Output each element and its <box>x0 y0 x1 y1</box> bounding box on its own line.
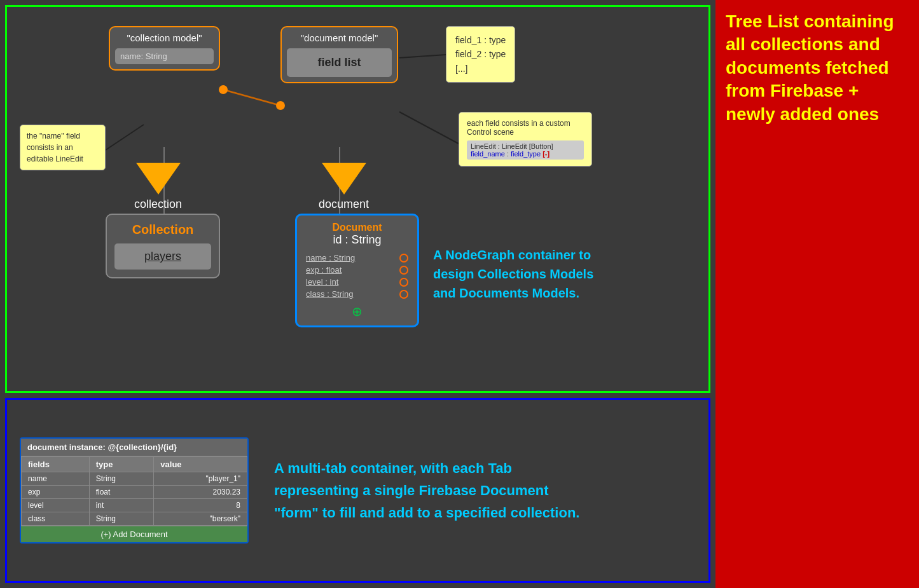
collection-model-box: "collection model" name: String <box>109 26 220 71</box>
right-sidebar: Tree List containing all collections and… <box>715 0 919 588</box>
add-field-button[interactable]: ⊕ <box>303 304 411 319</box>
doc-fields-container: name : Stringexp : floatlevel : intclass… <box>303 252 411 300</box>
cell-value: "berserk" <box>154 512 247 526</box>
table-row: classString"berserk" <box>22 512 247 526</box>
document-triangle <box>322 163 366 195</box>
table-header: document instance: @{collection}/{id} <box>21 439 247 456</box>
document-title: Document <box>303 222 411 233</box>
table-row: levelint8 <box>22 499 247 512</box>
col-type: type <box>89 457 154 472</box>
cell-value: 8 <box>154 499 247 512</box>
col-value: value <box>154 457 247 472</box>
custom-control-tooltip: each field consists in a custom Control … <box>459 112 592 167</box>
add-document-button[interactable]: (+) Add Document <box>21 526 247 542</box>
field-circle-btn[interactable] <box>399 278 408 287</box>
field-circle-btn[interactable] <box>399 290 408 299</box>
field-type-label: field_type <box>511 150 541 158</box>
doc-field-item: name : String <box>303 252 411 264</box>
nodegraph-description: A NodeGraph container todesign Collectio… <box>433 245 593 303</box>
document-instance-box: Document id : String name : Stringexp : … <box>295 214 419 327</box>
collection-title: Collection <box>114 222 211 237</box>
svg-line-3 <box>399 55 446 58</box>
colon-sep: : <box>505 150 511 158</box>
field-name: name : String <box>306 253 355 263</box>
collection-triangle <box>136 163 181 195</box>
field-type-line3: [...] <box>455 62 506 76</box>
table-body: nameString"player_1"expfloat2030.23level… <box>22 472 247 526</box>
field-type-line2: field_2 : type <box>455 47 506 61</box>
svg-line-5 <box>106 125 144 150</box>
doc-field-item: exp : float <box>303 264 411 276</box>
field-name-label: field_name <box>471 150 505 158</box>
collection-model-title: "collection model" <box>115 32 214 43</box>
collection-name: players <box>114 243 211 270</box>
svg-line-0 <box>223 90 280 106</box>
document-model-box: "document model" field list <box>280 26 398 83</box>
diagram-section: "collection model" name: String "documen… <box>5 5 710 393</box>
document-id: id : String <box>303 233 411 247</box>
collection-model-field: name: String <box>115 48 214 64</box>
document-table: fields type value nameString"player_1"ex… <box>21 456 247 526</box>
minus-button[interactable]: [-] <box>542 150 549 158</box>
cell-value: "player_1" <box>154 472 247 486</box>
cell-field: level <box>22 499 90 512</box>
field-circle-btn[interactable] <box>399 266 408 275</box>
field-list-inner: field list <box>287 48 392 77</box>
field-name: level : int <box>306 277 338 287</box>
custom-control-lineedit: LineEdit : LineEdit [Button] field_name … <box>467 140 584 160</box>
cell-field: name <box>22 472 90 486</box>
table-head: fields type value <box>22 457 247 472</box>
table-header-row: fields type value <box>22 457 247 472</box>
collection-instance-box: Collection players <box>106 214 220 278</box>
cell-field: class <box>22 512 90 526</box>
col-fields: fields <box>22 457 90 472</box>
table-row: expfloat2030.23 <box>22 486 247 499</box>
svg-point-2 <box>276 101 285 110</box>
field-name: class : String <box>306 289 353 299</box>
field-circle-btn[interactable] <box>399 254 408 263</box>
cell-value: 2030.23 <box>154 486 247 499</box>
document-model-title: "document model" <box>287 32 392 43</box>
main-area: "collection model" name: String "documen… <box>0 0 715 588</box>
name-field-text: the "name" field consists in an editable… <box>27 132 83 163</box>
name-field-tooltip: the "name" field consists in an editable… <box>20 125 106 170</box>
svg-point-1 <box>219 85 228 94</box>
cell-type: int <box>89 499 154 512</box>
cell-type: String <box>89 512 154 526</box>
sidebar-title: Tree List containing all collections and… <box>726 10 909 126</box>
field-type-line1: field_1 : type <box>455 33 506 47</box>
diagram-container: "collection model" name: String "documen… <box>7 7 708 391</box>
field-type-tooltip: field_1 : type field_2 : type [...] <box>446 26 515 83</box>
document-table-container: document instance: @{collection}/{id} fi… <box>20 437 249 544</box>
nodegraph-text-content: A NodeGraph container todesign Collectio… <box>433 248 593 300</box>
doc-field-item: class : String <box>303 288 411 300</box>
cell-type: String <box>89 472 154 486</box>
bottom-desc-text: A multi-tab container, with each Tabrepr… <box>274 460 579 521</box>
custom-control-desc: each field consists in a custom Control … <box>467 119 584 137</box>
lineedit-label: LineEdit : LineEdit [Button] <box>471 142 553 150</box>
field-name: exp : float <box>306 265 342 275</box>
table-row: nameString"player_1" <box>22 472 247 486</box>
svg-line-4 <box>399 112 459 144</box>
cell-type: float <box>89 486 154 499</box>
doc-field-item: level : int <box>303 276 411 288</box>
cell-field: exp <box>22 486 90 499</box>
bottom-description: A multi-tab container, with each Tabrepr… <box>274 457 579 524</box>
bottom-section: document instance: @{collection}/{id} fi… <box>5 398 710 583</box>
